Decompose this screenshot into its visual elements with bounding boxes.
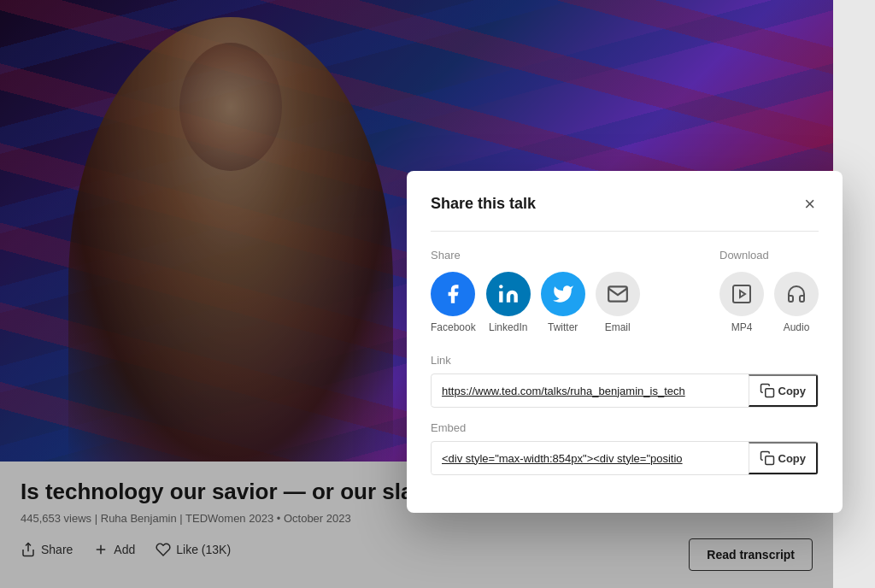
linkedin-circle (486, 272, 531, 316)
modal-header: Share this talk × (431, 195, 819, 214)
link-label: Link (431, 354, 819, 367)
embed-section: Embed <div style="max-width:854px"><div … (431, 421, 819, 475)
svg-rect-3 (499, 291, 502, 303)
svg-rect-7 (765, 389, 773, 397)
embed-label: Embed (431, 421, 819, 434)
link-url: https://www.ted.com/talks/ruha_benjamin_… (432, 376, 749, 406)
embed-row: <div style="max-width:854px"><div style=… (431, 441, 819, 475)
download-icons: MP4 Audio (719, 272, 819, 333)
svg-rect-8 (765, 456, 773, 465)
audio-circle (774, 272, 819, 316)
twitter-icon (552, 283, 574, 305)
facebook-icon (442, 283, 464, 305)
audio-icon (786, 284, 807, 304)
share-download-section: Share Facebook (431, 249, 819, 333)
facebook-share-button[interactable]: Facebook (431, 272, 476, 333)
email-circle (596, 272, 640, 316)
linkedin-share-button[interactable]: LinkedIn (486, 272, 531, 333)
copy-embed-icon (760, 450, 775, 466)
mp4-icon (731, 284, 752, 304)
embed-code: <div style="max-width:854px"><div style=… (432, 444, 749, 473)
twitter-share-button[interactable]: Twitter (541, 272, 585, 333)
twitter-circle (541, 272, 585, 316)
mp4-circle (719, 272, 764, 316)
email-share-button[interactable]: Email (596, 272, 640, 333)
social-icons: Facebook LinkedIn (431, 272, 640, 333)
modal-title: Share this talk (431, 195, 536, 213)
copy-embed-button[interactable]: Copy (749, 442, 819, 474)
link-section: Link https://www.ted.com/talks/ruha_benj… (431, 354, 819, 408)
linkedin-icon (497, 283, 520, 305)
share-modal: Share this talk × Share Facebook (407, 171, 843, 513)
link-row: https://www.ted.com/talks/ruha_benjamin_… (431, 373, 819, 408)
modal-divider (431, 231, 819, 232)
svg-point-4 (499, 285, 502, 288)
audio-download-button[interactable]: Audio (774, 272, 819, 333)
download-group: Download MP4 (719, 249, 819, 333)
copy-link-button[interactable]: Copy (749, 374, 819, 407)
close-modal-button[interactable]: × (801, 195, 819, 214)
copy-link-icon (760, 383, 775, 398)
svg-rect-5 (733, 285, 750, 303)
facebook-circle (431, 272, 475, 316)
email-icon (607, 283, 629, 305)
download-label: Download (719, 249, 819, 262)
share-group: Share Facebook (431, 249, 640, 333)
share-label: Share (431, 249, 640, 262)
svg-marker-6 (740, 291, 745, 297)
mp4-download-button[interactable]: MP4 (719, 272, 764, 333)
